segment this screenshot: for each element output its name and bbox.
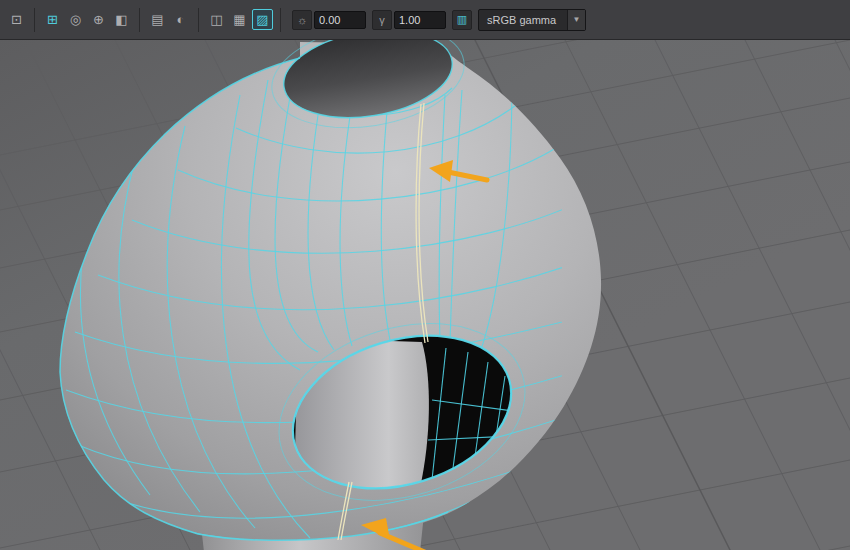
toolbar-separator: [198, 8, 199, 32]
snap-curve-icon[interactable]: ◎: [65, 9, 86, 30]
view-transform-value: sRGB gamma: [479, 14, 567, 26]
toolbar-separator: [280, 8, 281, 32]
snap-grid-icon[interactable]: ⊞: [42, 9, 63, 30]
exposure-control: ☼: [292, 10, 366, 30]
render-icon[interactable]: ◐: [170, 9, 191, 30]
view-transform-icon[interactable]: ▥: [452, 10, 472, 30]
view-transform-dropdown[interactable]: sRGB gamma ▼: [478, 9, 586, 31]
viewport-toolbar: ⊡ ⊞ ◎ ⊕ ◧ ▤ ◐ ◫ ▦ ▨ ☼ γ ▥ sRGB gamma ▼: [0, 0, 850, 40]
exposure-field[interactable]: [314, 11, 366, 29]
toolbar-separator: [34, 8, 35, 32]
history-icon[interactable]: ▤: [147, 9, 168, 30]
snap-plane-icon[interactable]: ◧: [111, 9, 132, 30]
grid-display-icon[interactable]: ▦: [229, 9, 250, 30]
exposure-icon[interactable]: ☼: [292, 10, 312, 30]
panel-layout-icon[interactable]: ◫: [206, 9, 227, 30]
cursor-select-icon[interactable]: ⊡: [6, 9, 27, 30]
view-transform-control: ▥: [452, 10, 472, 30]
snap-point-icon[interactable]: ⊕: [88, 9, 109, 30]
textured-display-icon[interactable]: ▨: [252, 9, 273, 30]
gamma-field[interactable]: [394, 11, 446, 29]
toolbar-separator: [139, 8, 140, 32]
gamma-control: γ: [372, 10, 446, 30]
gamma-icon[interactable]: γ: [372, 10, 392, 30]
viewport-canvas[interactable]: [0, 40, 850, 550]
viewport-panel[interactable]: [0, 40, 850, 550]
chevron-down-icon[interactable]: ▼: [567, 10, 585, 30]
